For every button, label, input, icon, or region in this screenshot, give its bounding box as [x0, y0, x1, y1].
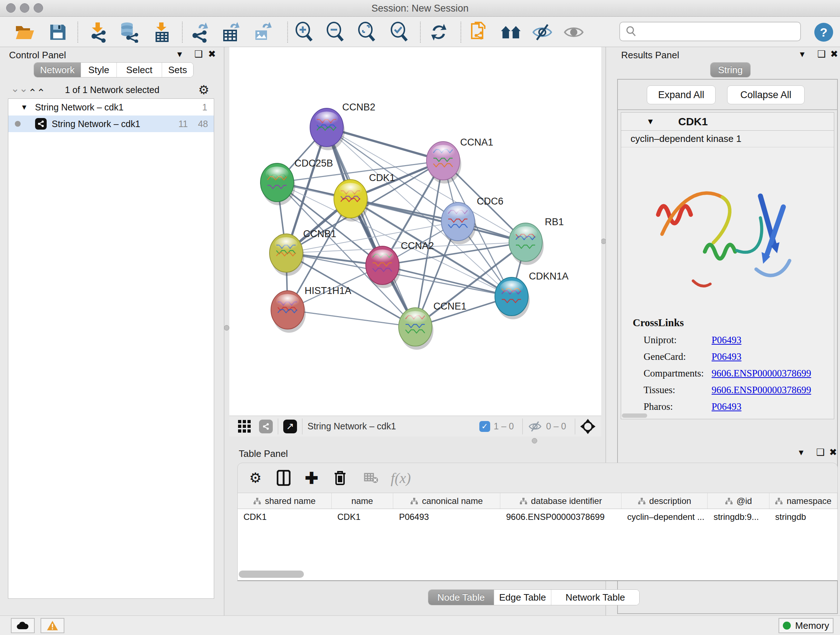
- help-button[interactable]: ?: [814, 22, 834, 43]
- column-header-database-identifier[interactable]: database identifier: [500, 493, 622, 509]
- export-image-button[interactable]: [251, 22, 272, 43]
- column-header--id[interactable]: @id: [707, 493, 769, 509]
- network-edge[interactable]: [287, 310, 415, 327]
- column-header-description[interactable]: description: [622, 493, 708, 509]
- import-network-file-button[interactable]: [87, 22, 108, 43]
- results-hscrollbar[interactable]: [622, 413, 647, 418]
- close-panel-icon[interactable]: ✖: [208, 49, 216, 60]
- search-input[interactable]: [640, 22, 800, 41]
- network-edge[interactable]: [327, 127, 415, 327]
- network-node-HIST1H1A[interactable]: HIST1H1A: [271, 285, 351, 333]
- crosslink-link[interactable]: P06493: [712, 351, 742, 363]
- network-node-CCNB2[interactable]: CCNB2: [310, 102, 376, 150]
- network-node-CCNB1[interactable]: CCNB1: [270, 228, 336, 276]
- bottom-splitter-handle[interactable]: [532, 438, 537, 443]
- tab-select[interactable]: Select: [117, 63, 162, 77]
- node-label: CCNB1: [303, 228, 336, 239]
- float-panel-icon[interactable]: ▾: [799, 447, 804, 458]
- table-cell[interactable]: stringdb: [769, 509, 837, 525]
- collection-expander-icon[interactable]: ▼: [21, 103, 28, 111]
- first-neighbors-button[interactable]: [500, 22, 521, 43]
- table-data-row[interactable]: CDK1CDK1P064939606.ENSP00000378699cyclin…: [238, 509, 837, 525]
- float-panel-icon[interactable]: ▾: [177, 49, 182, 60]
- collapse-all-button[interactable]: Collapse All: [727, 86, 805, 104]
- maximize-panel-icon[interactable]: ❑: [816, 447, 824, 458]
- tab-string[interactable]: String: [711, 63, 750, 77]
- float-panel-icon[interactable]: ▾: [800, 49, 805, 60]
- delete-table-icon[interactable]: [364, 472, 378, 484]
- results-panel-title: Results Panel: [621, 50, 679, 61]
- table-tabs: Node Table Edge Table Network Table: [428, 589, 639, 605]
- memory-button[interactable]: Memory: [778, 618, 834, 633]
- network-collection-row[interactable]: ▼ String Network – cdk1 1: [8, 99, 214, 116]
- table-cell[interactable]: stringdb:9...: [707, 509, 769, 525]
- search-field[interactable]: [619, 22, 801, 41]
- column-header-name[interactable]: name: [332, 493, 393, 509]
- crosslink-link[interactable]: P06493: [712, 334, 742, 346]
- show-all-button[interactable]: [563, 22, 584, 43]
- maximize-panel-icon[interactable]: ❑: [817, 49, 826, 60]
- table-cell[interactable]: CDK1: [332, 509, 393, 525]
- export-network-button[interactable]: [189, 22, 210, 43]
- network-node-CDC6[interactable]: CDC6: [441, 196, 504, 244]
- table-cell[interactable]: P06493: [393, 509, 500, 525]
- crosslink-link[interactable]: 9606.ENSP00000378699: [712, 385, 811, 396]
- delete-column-trash-icon[interactable]: [333, 470, 347, 486]
- network-view-share-icon[interactable]: [259, 420, 273, 433]
- function-builder-fx-icon[interactable]: f(x): [391, 470, 411, 486]
- import-table-file-button[interactable]: [151, 22, 172, 43]
- table-hscrollbar-thumb[interactable]: [239, 570, 304, 578]
- network-node-RB1[interactable]: RB1: [509, 217, 564, 265]
- left-splitter-handle[interactable]: [224, 325, 229, 331]
- crosslink-link[interactable]: P06493: [712, 401, 742, 412]
- zoom-in-button[interactable]: [294, 22, 314, 43]
- add-column-plus-icon[interactable]: ✚: [305, 469, 318, 487]
- column-header-shared-name[interactable]: shared name: [238, 493, 332, 509]
- crosslink-link[interactable]: 9606.ENSP00000378699: [712, 368, 811, 379]
- protein-expander-icon[interactable]: ▼: [646, 117, 654, 126]
- selected-checkbox-icon[interactable]: ✓: [479, 421, 490, 432]
- save-session-button[interactable]: [47, 22, 68, 43]
- apply-layout-button[interactable]: [428, 22, 449, 43]
- tab-edge-table[interactable]: Edge Table: [494, 590, 551, 605]
- network-options-gear-icon[interactable]: ⚙: [198, 82, 209, 97]
- network-node-CDKN1A[interactable]: CDKN1A: [495, 271, 569, 319]
- new-network-from-selection-button[interactable]: [468, 22, 489, 43]
- protein-header-row[interactable]: ▼ CDK1: [621, 112, 834, 131]
- show-columns-icon[interactable]: [277, 470, 291, 486]
- close-panel-icon[interactable]: ✖: [829, 447, 837, 458]
- table-cell[interactable]: cyclin–dependent ...: [622, 509, 708, 525]
- main-toolbar: ?: [0, 17, 840, 47]
- detach-view-button[interactable]: ↗: [283, 420, 297, 433]
- table-cell[interactable]: CDK1: [238, 509, 332, 525]
- hide-selected-button[interactable]: [532, 22, 553, 43]
- column-header-namespace[interactable]: namespace: [769, 493, 837, 509]
- zoom-fit-button[interactable]: [356, 22, 377, 43]
- zoom-out-button[interactable]: [325, 22, 346, 43]
- zoom-selected-button[interactable]: [388, 22, 409, 43]
- open-session-button[interactable]: [14, 22, 35, 43]
- network-row-selected[interactable]: String Network – cdk1 11 48: [8, 116, 214, 132]
- tab-network[interactable]: Network: [34, 63, 81, 77]
- close-panel-icon[interactable]: ✖: [830, 49, 838, 60]
- import-network-database-button[interactable]: [118, 22, 139, 43]
- network-node-CCNE1[interactable]: CCNE1: [399, 301, 467, 350]
- tab-style[interactable]: Style: [81, 63, 117, 77]
- column-header-label: shared name: [265, 496, 316, 506]
- warnings-button[interactable]: [41, 618, 65, 633]
- tab-sets[interactable]: Sets: [162, 63, 193, 77]
- grid-view-icon[interactable]: [238, 420, 251, 433]
- table-cell[interactable]: 9606.ENSP00000378699: [500, 509, 622, 525]
- shared-column-icon: [253, 497, 261, 505]
- cloud-button[interactable]: [11, 618, 35, 633]
- network-canvas[interactable]: CCNB2CCNA1CDC25BCDK1CDC6RB1CCNB1CCNA2CDK…: [229, 47, 601, 416]
- table-options-gear-icon[interactable]: ⚙: [249, 470, 262, 486]
- column-header-canonical-name[interactable]: canonical name: [393, 493, 500, 509]
- maximize-panel-icon[interactable]: ❑: [194, 49, 202, 60]
- tab-node-table[interactable]: Node Table: [428, 590, 494, 605]
- birdseye-crosshair-icon[interactable]: [580, 419, 595, 434]
- hidden-eye-icon[interactable]: [528, 421, 542, 432]
- tab-network-table[interactable]: Network Table: [551, 590, 639, 605]
- export-table-button[interactable]: [220, 22, 241, 43]
- expand-all-button[interactable]: Expand All: [647, 86, 715, 104]
